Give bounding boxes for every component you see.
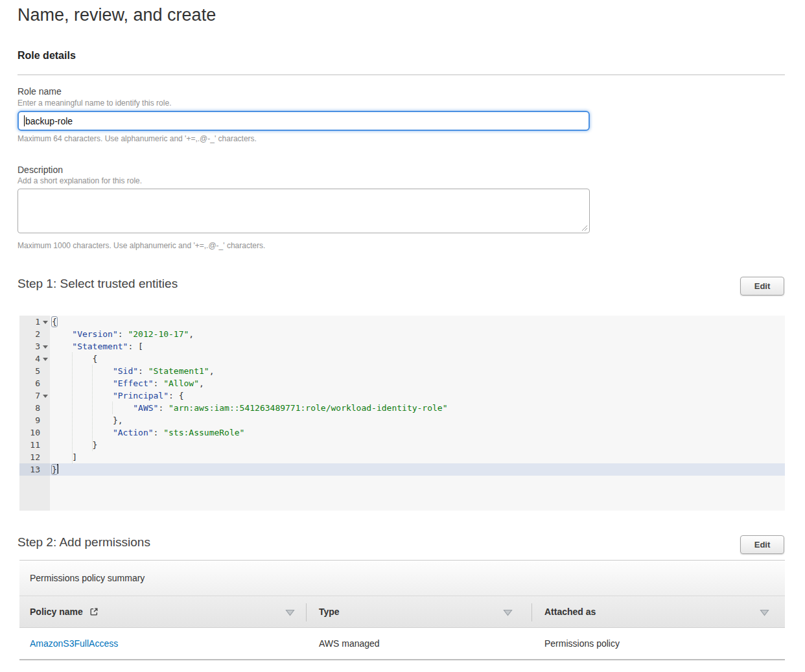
code-line: }, bbox=[50, 414, 785, 426]
code-line: "Version": "2012-10-17", bbox=[50, 328, 785, 340]
role-details-heading: Role details bbox=[18, 50, 76, 62]
role-name-help: Enter a meaningful name to identify this… bbox=[18, 98, 171, 108]
code-line: "Effect": "Allow", bbox=[50, 377, 785, 389]
permissions-panel-title: Permissions policy summary bbox=[30, 561, 145, 596]
fold-caret-icon[interactable] bbox=[43, 358, 48, 361]
gutter-line-number: 12 bbox=[19, 451, 50, 463]
code-line: } bbox=[50, 439, 785, 451]
column-header-attached-as: Attached as bbox=[544, 596, 596, 627]
role-details-divider bbox=[18, 75, 785, 75]
policy-name-link[interactable]: AmazonS3FullAccess bbox=[30, 628, 118, 659]
gutter-line-number: 5 bbox=[19, 365, 50, 377]
attached-as-cell: Permissions policy bbox=[544, 628, 620, 659]
gutter-line-number: 1 bbox=[19, 316, 50, 328]
column-header-type: Type bbox=[319, 596, 340, 627]
code-line: "AWS": "arn:aws:iam::541263489771:role/w… bbox=[50, 402, 785, 414]
code-line: "Sid": "Statement1", bbox=[50, 365, 785, 377]
code-line: } bbox=[50, 463, 785, 476]
gutter-line-number: 9 bbox=[19, 414, 50, 426]
fold-caret-icon[interactable] bbox=[43, 321, 48, 324]
gutter-line-number: 11 bbox=[19, 439, 50, 451]
fold-caret-icon[interactable] bbox=[43, 395, 48, 398]
code-line: "Principal": { bbox=[50, 389, 785, 402]
code-gutter: 12345678910111213 bbox=[19, 316, 50, 511]
external-link-icon[interactable] bbox=[89, 607, 99, 616]
gutter-line-number: 2 bbox=[19, 328, 50, 340]
role-name-input[interactable]: backup-role bbox=[18, 111, 590, 131]
step1-edit-button[interactable]: Edit bbox=[740, 277, 784, 295]
policy-type-cell: AWS managed bbox=[319, 628, 380, 659]
code-line: "Action": "sts:AssumeRole" bbox=[50, 426, 785, 439]
step2-edit-button[interactable]: Edit bbox=[740, 535, 784, 554]
code-line: { bbox=[50, 353, 785, 365]
filter-triangle-icon[interactable] bbox=[760, 609, 769, 616]
gutter-line-number: 8 bbox=[19, 402, 50, 414]
code-line: "Statement": [ bbox=[50, 340, 785, 353]
page-title: Name, review, and create bbox=[18, 5, 216, 25]
resize-handle-icon[interactable] bbox=[581, 224, 588, 231]
gutter-line-number: 13 bbox=[19, 463, 50, 476]
table-row: AmazonS3FullAccessAWS managedPermissions… bbox=[19, 628, 785, 660]
description-help: Add a short explanation for this role. bbox=[18, 176, 142, 185]
role-name-hint: Maximum 64 characters. Use alphanumeric … bbox=[18, 134, 257, 143]
step1-heading: Step 1: Select trusted entities bbox=[18, 277, 178, 291]
filter-triangle-icon[interactable] bbox=[503, 609, 513, 616]
permissions-table-header: Policy name Type Attached as bbox=[19, 596, 785, 628]
trust-policy-editor[interactable]: 12345678910111213 { "Version": "2012-10-… bbox=[19, 316, 785, 511]
gutter-line-number: 6 bbox=[19, 377, 50, 389]
description-input[interactable] bbox=[18, 189, 590, 233]
step2-heading: Step 2: Add permissions bbox=[18, 535, 150, 550]
description-hint: Maximum 1000 characters. Use alphanumeri… bbox=[18, 241, 265, 250]
code-line: ] bbox=[50, 451, 785, 463]
text-cursor bbox=[57, 464, 58, 474]
code-lines: { "Version": "2012-10-17", "Statement": … bbox=[50, 316, 785, 476]
gutter-line-number: 7 bbox=[19, 389, 50, 402]
gutter-line-number: 3 bbox=[19, 340, 50, 353]
description-label: Description bbox=[18, 165, 63, 175]
text-cursor bbox=[24, 115, 25, 126]
permissions-panel-header: Permissions policy summary bbox=[19, 561, 785, 596]
gutter-line-number: 4 bbox=[19, 353, 50, 365]
column-separator bbox=[306, 603, 307, 621]
column-header-policy-name: Policy name bbox=[30, 596, 99, 627]
table-body: AmazonS3FullAccessAWS managedPermissions… bbox=[19, 628, 785, 660]
fold-caret-icon[interactable] bbox=[43, 345, 48, 349]
role-name-label: Role name bbox=[18, 86, 62, 97]
filter-triangle-icon[interactable] bbox=[285, 609, 295, 616]
role-name-value: backup-role bbox=[25, 116, 73, 126]
code-line: { bbox=[50, 316, 785, 328]
gutter-line-number: 10 bbox=[19, 426, 50, 439]
column-separator bbox=[531, 603, 532, 621]
